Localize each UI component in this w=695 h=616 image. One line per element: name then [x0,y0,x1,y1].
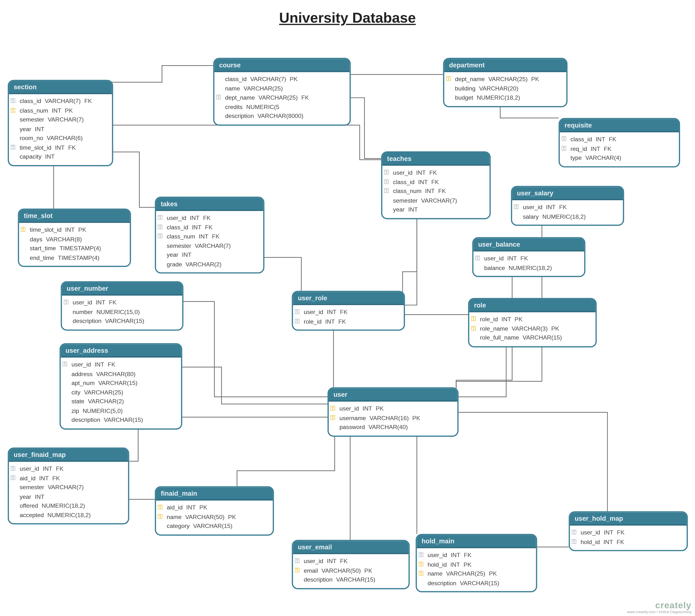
table-header[interactable]: user_role [293,292,404,305]
column-type: VARCHAR(15) [105,316,144,326]
table-body: class_idVARCHAR(7)PKnameVARCHAR(25)⚿dept… [214,72,350,124]
column-type: INT [327,556,336,566]
pk-key-icon: ⚿ [418,562,424,567]
column-name: name [225,84,240,93]
table-user[interactable]: user⚿user_idINTPK⚿usernameVARCHAR(16)PKp… [327,387,459,436]
column-name: number [73,307,93,316]
edge-teaches-user_role [403,218,417,305]
table-role[interactable]: role⚿role_idINTPK⚿role_nameVARCHAR(3)PKr… [468,298,597,347]
table-teaches[interactable]: teaches⚿user_idINTFK⚿class_idINTFK⚿class… [381,151,491,219]
table-section[interactable]: section⚿class_idVARCHAR(7)FK⚿class_numIN… [8,80,113,166]
table-user_number[interactable]: user_number⚿user_idINTFKnumberNUMERIC(15… [61,281,184,330]
table-header[interactable]: user_finaid_map [9,449,128,462]
column-name: hold_id [580,537,600,546]
edge-teaches-user_role [403,218,417,298]
column-name: semester [167,241,191,250]
table-header[interactable]: hold_main [417,535,536,548]
column-type: VARCHAR(50) [185,512,224,521]
table-body: ⚿user_idINTFK⚿emailVARCHAR(50)PKdescript… [293,554,408,588]
table-header[interactable]: user_hold_map [570,513,686,526]
fk-key-icon: ⚿ [571,530,577,535]
column-name: user_id [304,307,323,317]
table-row: balanceNUMERIC(18,2) [475,263,581,272]
table-header[interactable]: finaid_main [156,487,273,500]
column-key-constraint: PK [531,74,539,84]
table-body: ⚿user_idINTFK⚿class_idINTFK⚿class_numINT… [156,211,263,272]
table-row: ⚿nameVARCHAR(50)PK [157,512,269,521]
table-row: role_full_nameVARCHAR(15) [470,333,592,342]
table-header[interactable]: user_email [293,541,408,554]
column-key-constraint: FK [464,551,472,560]
column-type: VARCHAR(15) [98,378,137,387]
table-header[interactable]: teaches [383,153,490,166]
table-course[interactable]: courseclass_idVARCHAR(7)PKnameVARCHAR(25… [213,58,351,126]
table-user_finaid_map[interactable]: user_finaid_map⚿user_idINTFK⚿aid_idINTFK… [8,448,129,524]
table-row: ⚿time_slot_idINTPK [20,225,126,234]
table-row: end_timeTIMESTAMP(4) [20,253,126,262]
column-name: description [73,316,101,326]
table-row: numberNUMERIC(15,0) [63,307,179,316]
table-row: ⚿user_idINTFK [475,254,581,263]
table-takes[interactable]: takes⚿user_idINTFK⚿class_idINTFK⚿class_n… [155,197,265,273]
table-department[interactable]: department⚿dept_nameVARCHAR(25)PKbuildin… [443,58,567,107]
column-name: end_time [30,253,54,262]
table-header[interactable]: user_balance [474,238,584,251]
column-type: NUMERIC(18,2) [41,501,85,510]
table-row: ⚿class_idVARCHAR(7)FK [10,97,108,106]
table-row: ⚿class_numINTFK [384,186,486,196]
table-header[interactable]: requisite [560,119,679,132]
column-key-constraint: FK [340,556,348,566]
table-body: ⚿user_idINTFK⚿hold_idINTPK⚿nameVARCHAR(2… [417,548,536,591]
pk-key-icon: ⚿ [330,415,336,420]
table-header[interactable]: user [329,388,457,402]
column-type: VARCHAR(7) [48,483,84,492]
column-type: INT [425,186,435,196]
column-type: INT [95,360,104,369]
column-name: balance [484,263,505,272]
table-header[interactable]: section [9,81,112,94]
table-header[interactable]: user_number [62,283,182,296]
column-type: NUMERIC(18,2) [509,263,552,272]
table-header[interactable]: takes [156,198,263,211]
column-name: apt_num [71,378,95,387]
table-header[interactable]: user_salary [512,187,623,200]
column-key-constraint: FK [340,307,348,317]
table-finaid_main[interactable]: finaid_main⚿aid_idINTPK⚿nameVARCHAR(50)P… [155,486,274,535]
table-row: descriptionVARCHAR(15) [418,578,532,587]
table-requisite[interactable]: requisite⚿class_idINTFK⚿req_idINTFKtypeV… [559,118,680,167]
column-type: INT [35,492,45,501]
fk-key-icon: ⚿ [10,145,16,150]
column-name: dept_name [455,74,485,84]
fk-key-icon: ⚿ [10,98,16,104]
table-hold_main[interactable]: hold_main⚿user_idINTFK⚿hold_idINTPK⚿name… [416,534,537,593]
table-user_hold_map[interactable]: user_hold_map⚿user_idINTFK⚿hold_idINTFK [569,511,688,551]
column-type: INT [192,222,202,232]
column-name: user_id [73,298,92,307]
table-header[interactable]: user_address [61,344,181,357]
table-user_role[interactable]: user_role⚿user_idINTFK⚿role_idINTFK [292,291,405,331]
table-header[interactable]: course [214,59,350,72]
table-row: ⚿hold_idINTPK [418,560,532,569]
table-user_address[interactable]: user_address⚿user_idINTFKaddressVARCHAR(… [60,343,182,429]
table-user_email[interactable]: user_email⚿user_idINTFK⚿emailVARCHAR(50)… [292,540,409,589]
table-row: salaryNUMERIC(18,2) [513,212,620,221]
table-row: buildingVARCHAR(20) [445,84,563,93]
column-type: INT [96,298,105,307]
column-name: req_id [571,144,587,153]
table-header[interactable]: role [469,299,595,312]
table-header[interactable]: department [444,59,566,72]
column-name: class_id [393,177,414,186]
column-name: class_num [167,232,195,241]
table-user_salary[interactable]: user_salary⚿user_idINTFKsalaryNUMERIC(18… [511,186,624,226]
table-row: acceptedNUMERIC(18,2) [10,510,124,519]
column-name: description [428,578,456,587]
column-type: INT [65,225,75,234]
table-time_slot[interactable]: time_slot⚿time_slot_idINTPKdaysVARCHAR(8… [18,209,131,267]
table-row: creditsNUMERIC(5 [216,102,346,112]
column-name: user_id [428,551,447,560]
table-user_balance[interactable]: user_balance⚿user_idINTFKbalanceNUMERIC(… [472,237,585,277]
table-row: ⚿hold_idINTFK [571,537,683,546]
table-row: descriptionVARCHAR(8000) [216,112,346,120]
column-type: INT [186,503,196,512]
table-header[interactable]: time_slot [19,210,130,223]
